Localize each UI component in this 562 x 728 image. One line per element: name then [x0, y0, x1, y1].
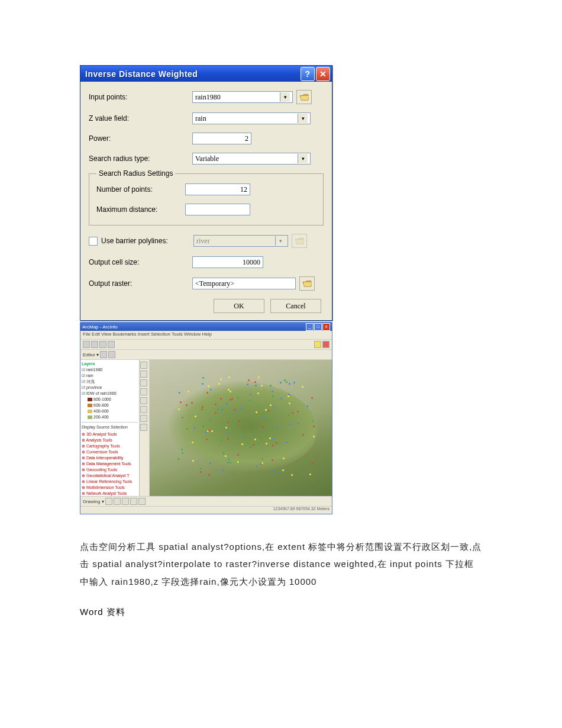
use-barrier-label: Use barrier polylines: — [101, 237, 193, 245]
search-radius-type-combo[interactable]: Variable ▾ — [192, 153, 311, 165]
toolbox-item[interactable]: ⊕ Cartography Tools — [82, 443, 138, 449]
layer-item[interactable]: ☑ rain — [82, 373, 138, 379]
rect-icon[interactable] — [122, 498, 129, 505]
input-points-combo[interactable]: rain1980 ▾ — [192, 91, 293, 103]
sketch-icon[interactable] — [108, 351, 115, 358]
arcmap-toolbar-2[interactable]: Editor ▾ — [80, 350, 332, 360]
output-cell-size-label: Output cell size: — [89, 258, 192, 266]
zoom-out-icon[interactable] — [140, 371, 147, 378]
barrier-browse-button — [292, 234, 307, 248]
measure-icon[interactable] — [140, 415, 147, 422]
dialog-title: Inverse Distance Weighted — [85, 69, 299, 79]
pan-icon[interactable] — [140, 379, 147, 386]
text-icon[interactable] — [130, 498, 137, 505]
identify-icon[interactable] — [140, 397, 147, 404]
chevron-down-icon[interactable]: ▾ — [298, 154, 308, 163]
folder-open-icon — [299, 93, 309, 101]
toolbox-item[interactable]: ⊕ Analysis Tools — [82, 437, 138, 443]
toolbox-item[interactable]: ⊕ Geostatistical Analyst T — [82, 473, 138, 479]
print-icon[interactable] — [108, 341, 115, 348]
font-icon[interactable] — [138, 498, 146, 505]
output-raster-label: Output raster: — [89, 279, 192, 288]
table-of-contents[interactable]: Layers ☑ rain1980☑ rain☑ 河流☑ province☑ I… — [80, 360, 140, 496]
cancel-button[interactable]: Cancel — [270, 299, 321, 313]
close-button[interactable]: ✕ — [316, 67, 330, 81]
toolbox-item[interactable]: ⊕ Multidimension Tools — [82, 485, 138, 491]
tabs[interactable]: Display Source Selection — [82, 424, 138, 430]
idw-dialog: Inverse Distance Weighted ? ✕ Input poin… — [80, 65, 332, 321]
layers-root[interactable]: Layers — [82, 361, 138, 367]
layer-item[interactable]: ☑ rain1980 — [82, 367, 138, 373]
map-view[interactable] — [150, 360, 332, 496]
power-label: Power: — [89, 134, 192, 143]
z-value-field-label: Z value field: — [89, 114, 192, 123]
folder-open-icon — [295, 237, 304, 245]
toolbox-item[interactable]: ⊕ Geocoding Tools — [82, 467, 138, 473]
barrier-combo: river ▾ — [193, 235, 288, 247]
help-button[interactable]: ? — [301, 67, 315, 81]
cursor-icon[interactable] — [105, 498, 112, 505]
toolbox-item[interactable]: ⊕ Data Management Tools — [82, 461, 138, 467]
maximize-button[interactable]: □ — [314, 323, 322, 331]
legend-item: 200-400 — [88, 414, 138, 420]
map-points — [150, 360, 332, 496]
search-radius-type-label: Search radius type: — [89, 154, 192, 163]
chevron-down-icon: ▾ — [275, 236, 285, 246]
maximum-distance-label: Maximum distance: — [96, 205, 185, 214]
use-barrier-checkbox[interactable] — [89, 237, 98, 246]
arcmap-menubar[interactable]: File Edit View Bookmarks Insert Selectio… — [80, 331, 332, 340]
minimize-button[interactable]: _ — [306, 323, 314, 331]
search-radius-settings-legend: Search Radius Settings — [96, 169, 175, 178]
legend-item: 600-800 — [88, 402, 138, 408]
select-icon[interactable] — [140, 424, 147, 431]
new-icon[interactable] — [83, 341, 90, 348]
pencil-icon[interactable] — [322, 341, 330, 348]
document-paragraph: 点击空间分析工具 spatial analyst?options,在 exten… — [80, 538, 482, 590]
full-extent-icon[interactable] — [140, 388, 147, 395]
folder-open-icon — [302, 279, 312, 288]
cursor-icon[interactable] — [100, 351, 107, 358]
layer-item[interactable]: ☑ province — [82, 385, 138, 391]
zoom-in-icon[interactable] — [140, 362, 147, 369]
arcmap-toolbar-1[interactable] — [80, 340, 332, 350]
open-icon[interactable] — [91, 341, 98, 348]
toolbox-item[interactable]: ⊕ 3D Analyst Tools — [82, 431, 138, 437]
toolbox-item[interactable]: ⊕ Network Analyst Tools — [82, 491, 138, 496]
maximum-distance-input[interactable] — [185, 204, 250, 215]
close-button[interactable]: x — [322, 323, 330, 331]
chevron-down-icon[interactable]: ▾ — [298, 114, 308, 123]
number-of-points-input[interactable] — [185, 183, 250, 195]
arcmap-statusbar: 1234567.89 987654.32 Meters — [80, 506, 332, 514]
legend-item: 400-600 — [88, 408, 138, 414]
save-icon[interactable] — [99, 341, 106, 348]
dialog-titlebar[interactable]: Inverse Distance Weighted ? ✕ — [80, 66, 332, 82]
input-points-browse-button[interactable] — [296, 90, 312, 104]
tools-vertical-toolbar[interactable] — [140, 360, 150, 496]
search-radius-settings-group: Search Radius Settings Number of points:… — [89, 169, 324, 226]
layer-item[interactable]: ☑ 河流 — [82, 379, 138, 385]
power-input[interactable] — [192, 133, 251, 144]
arcmap-toolbar-bottom[interactable]: Drawing ▾ — [80, 496, 332, 506]
number-of-points-label: Number of points: — [96, 185, 185, 194]
output-raster-browse-button[interactable] — [299, 276, 315, 291]
input-points-label: Input points: — [89, 93, 192, 101]
layer-item[interactable]: ☑ IDW of rain1980 — [82, 391, 138, 397]
arcmap-window: ArcMap - ArcInfo _ □ x File Edit View Bo… — [80, 322, 332, 514]
rotate-icon[interactable] — [114, 498, 121, 505]
toolbox-item[interactable]: ⊕ Conversion Tools — [82, 449, 138, 455]
z-value-field-combo[interactable]: rain ▾ — [192, 112, 311, 124]
toolbox-item[interactable]: ⊕ Data Interoperability — [82, 455, 138, 461]
output-raster-input[interactable] — [192, 278, 296, 289]
output-cell-size-input[interactable] — [192, 256, 263, 268]
find-icon[interactable] — [140, 406, 147, 413]
arcmap-title: ArcMap - ArcInfo — [82, 324, 118, 330]
arcmap-titlebar[interactable]: ArcMap - ArcInfo _ □ x — [80, 323, 332, 331]
toolbox-item[interactable]: ⊕ Linear Referencing Tools — [82, 479, 138, 485]
legend-item: 800-1000 — [88, 397, 138, 402]
document-footer: Word 资料 — [80, 607, 482, 618]
add-data-icon[interactable] — [314, 341, 321, 348]
ok-button[interactable]: OK — [214, 299, 264, 313]
chevron-down-icon[interactable]: ▾ — [280, 92, 290, 102]
